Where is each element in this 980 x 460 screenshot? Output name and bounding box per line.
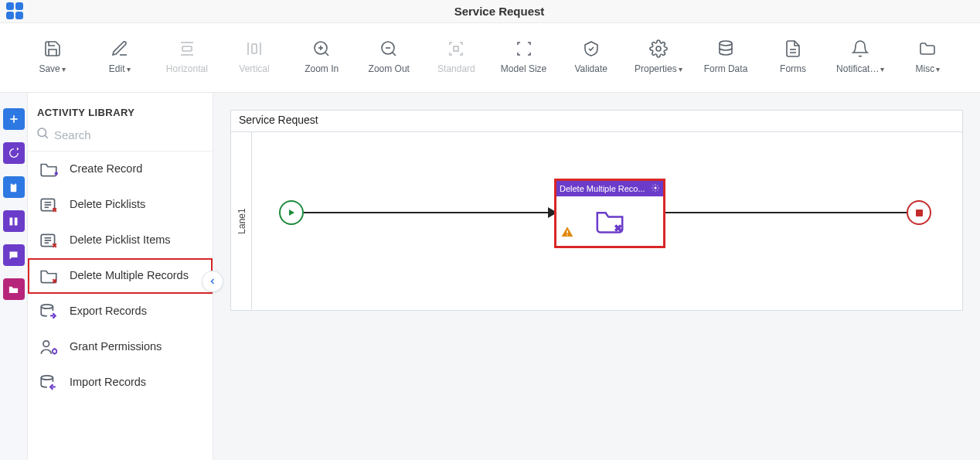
svg-rect-54 — [567, 234, 567, 235]
chevron-down-icon: ▾ — [936, 65, 940, 73]
model-size-icon — [515, 34, 533, 63]
svg-rect-0 — [182, 46, 192, 51]
lib-item-label: Grant Permissions — [70, 340, 162, 353]
rail-folder-icon[interactable] — [3, 278, 25, 300]
lib-item-label: Delete Picklists — [70, 198, 145, 211]
user-gear-icon — [39, 339, 59, 356]
folder-x-icon — [593, 207, 627, 235]
activity-header: Delete Multiple Reco... — [556, 181, 663, 196]
lib-item-grant-permissions[interactable]: Grant Permissions — [28, 329, 213, 365]
lib-item-import-records[interactable]: Import Records — [28, 365, 213, 400]
lib-item-create-record[interactable]: Create Record — [28, 152, 213, 187]
edit-icon — [111, 34, 129, 63]
lib-item-delete-multiple-records[interactable]: Delete Multiple Records — [28, 258, 213, 294]
svg-point-50 — [655, 187, 657, 189]
model-size-button[interactable]: Model Size — [493, 29, 554, 79]
end-node[interactable] — [907, 200, 931, 225]
gear-icon[interactable] — [651, 183, 660, 194]
warning-icon — [561, 226, 573, 241]
folder-x-icon — [39, 267, 59, 285]
svg-point-43 — [43, 341, 49, 347]
properties-button[interactable]: Properties▾ — [628, 29, 689, 79]
search-icon — [36, 126, 49, 143]
lib-item-label: Import Records — [70, 376, 146, 389]
pool-title: Service Request — [231, 111, 962, 132]
sequence-flow-1[interactable] — [304, 212, 555, 213]
tool-label: Notificat… — [836, 63, 879, 74]
zoom-out-button[interactable]: Zoom Out — [359, 29, 420, 79]
chevron-down-icon: ▾ — [679, 65, 682, 73]
tool-label: Zoom In — [305, 63, 339, 74]
toolbar: Save▾ Edit▾ Horizontal Vertical Zoom In … — [0, 23, 980, 93]
collapse-sidebar-button[interactable] — [202, 271, 223, 292]
activity-body — [556, 196, 663, 246]
tool-label: Vertical — [239, 63, 269, 74]
chevron-down-icon: ▾ — [880, 65, 884, 73]
db-export-icon — [39, 303, 59, 320]
tool-label: Horizontal — [166, 63, 208, 74]
edit-button[interactable]: Edit▾ — [89, 29, 150, 79]
lane-label: Lane1 — [232, 132, 252, 309]
chevron-down-icon: ▾ — [62, 65, 66, 73]
rail-clipboard-icon[interactable] — [3, 176, 25, 198]
svg-point-15 — [720, 41, 732, 46]
zoom-in-button[interactable]: Zoom In — [291, 29, 352, 79]
process-pool[interactable]: Service Request Lane1 Delete Multiple Re… — [230, 110, 963, 311]
search-input[interactable] — [54, 128, 205, 141]
lib-item-delete-picklist-items[interactable]: Delete Picklist Items — [28, 223, 213, 258]
zoom-out-icon — [379, 34, 398, 63]
tool-label: Zoom Out — [369, 63, 410, 74]
svg-rect-13 — [454, 46, 458, 51]
search-wrap — [28, 123, 213, 152]
save-button[interactable]: Save▾ — [22, 29, 83, 79]
sequence-flow-2[interactable] — [665, 212, 916, 213]
svg-point-47 — [41, 376, 53, 380]
app-header: Service Request — [0, 0, 980, 23]
misc-button[interactable]: Misc▾ — [897, 29, 958, 79]
vertical-icon — [245, 34, 264, 63]
forms-button[interactable]: Forms — [763, 29, 824, 79]
tool-label: Model Size — [501, 63, 546, 74]
tool-label: Validate — [574, 63, 607, 74]
app-logo-icon[interactable] — [6, 2, 25, 21]
svg-rect-22 — [10, 217, 13, 225]
tool-label: Forms — [780, 63, 806, 74]
zoom-in-icon — [312, 34, 331, 63]
notifications-button[interactable]: Notificat…▾ — [830, 29, 891, 79]
svg-rect-3 — [252, 44, 257, 53]
library-list: Create Record Delete Picklists Delete Pi… — [28, 152, 213, 400]
tool-label: Edit — [109, 63, 125, 74]
database-icon — [716, 34, 735, 63]
svg-rect-21 — [12, 182, 15, 185]
horizontal-button: Horizontal — [156, 29, 217, 79]
lib-item-label: Export Records — [70, 305, 147, 318]
lib-item-delete-picklists[interactable]: Delete Picklists — [28, 187, 213, 223]
vertical-button: Vertical — [223, 29, 284, 79]
canvas-area[interactable]: Service Request Lane1 Delete Multiple Re… — [213, 93, 980, 460]
standard-button: Standard — [426, 29, 487, 79]
page-title: Service Request — [25, 5, 974, 18]
sidebar-title: ACTIVITY LIBRARY — [28, 93, 213, 123]
rail-chat-icon[interactable] — [3, 244, 25, 266]
standard-icon — [447, 34, 465, 63]
svg-point-44 — [53, 349, 56, 353]
lib-item-export-records[interactable]: Export Records — [28, 294, 213, 329]
rail-loop-icon[interactable] — [3, 142, 25, 164]
svg-line-7 — [325, 53, 328, 56]
tool-label: Misc — [916, 63, 935, 74]
svg-point-24 — [38, 128, 46, 137]
list-x-icon — [39, 196, 59, 213]
flow-lane[interactable]: Delete Multiple Reco... — [253, 132, 961, 309]
form-data-button[interactable]: Form Data — [695, 29, 756, 79]
rail-add-icon[interactable] — [3, 108, 25, 130]
activity-delete-multiple-records[interactable]: Delete Multiple Reco... — [554, 179, 665, 248]
svg-point-14 — [656, 46, 661, 51]
list-x-icon — [39, 232, 59, 249]
folder-plus-icon — [39, 161, 59, 178]
chevron-down-icon: ▾ — [127, 65, 131, 73]
save-icon — [43, 34, 62, 63]
rail-columns-icon[interactable] — [3, 210, 25, 232]
start-node[interactable] — [279, 200, 304, 225]
validate-button[interactable]: Validate — [560, 29, 621, 79]
lib-item-label: Delete Multiple Records — [70, 269, 189, 282]
